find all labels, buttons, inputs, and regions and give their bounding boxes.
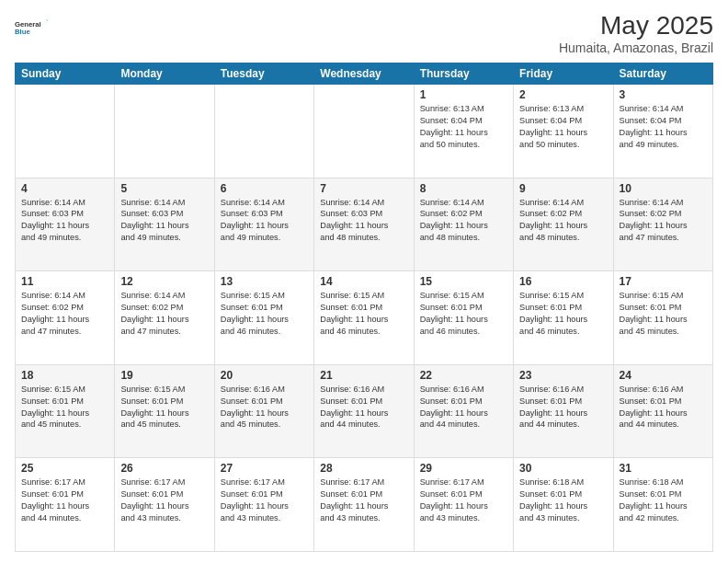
- day-cell-24: 24Sunrise: 6:16 AMSunset: 6:01 PMDayligh…: [613, 364, 712, 458]
- day-cell-12: 12Sunrise: 6:14 AMSunset: 6:02 PMDayligh…: [115, 271, 214, 365]
- day-cell-7: 7Sunrise: 6:14 AMSunset: 6:03 PMDaylight…: [314, 178, 414, 271]
- day-number: 6: [221, 182, 308, 195]
- day-info: Sunrise: 6:16 AMSunset: 6:01 PMDaylight:…: [221, 384, 308, 431]
- weekday-header-friday: Friday: [514, 63, 613, 85]
- day-info: Sunrise: 6:13 AMSunset: 6:04 PMDaylight:…: [519, 103, 607, 151]
- day-number: 25: [21, 462, 108, 475]
- day-info: Sunrise: 6:15 AMSunset: 6:01 PMDaylight:…: [221, 290, 308, 338]
- day-info: Sunrise: 6:17 AMSunset: 6:01 PMDaylight:…: [420, 477, 507, 524]
- day-info: Sunrise: 6:18 AMSunset: 6:01 PMDaylight:…: [620, 477, 707, 524]
- day-info: Sunrise: 6:15 AMSunset: 6:01 PMDaylight:…: [620, 290, 707, 338]
- day-number: 30: [519, 462, 607, 475]
- svg-marker-2: [43, 20, 48, 26]
- day-number: 10: [620, 182, 707, 195]
- day-number: 17: [620, 275, 707, 288]
- day-cell-21: 21Sunrise: 6:16 AMSunset: 6:01 PMDayligh…: [314, 364, 414, 458]
- svg-marker-3: [45, 19, 48, 23]
- day-cell-17: 17Sunrise: 6:15 AMSunset: 6:01 PMDayligh…: [613, 271, 712, 365]
- day-info: Sunrise: 6:14 AMSunset: 6:03 PMDaylight:…: [21, 197, 108, 245]
- day-info: Sunrise: 6:18 AMSunset: 6:01 PMDaylight:…: [519, 477, 607, 524]
- day-number: 29: [420, 462, 507, 475]
- day-number: 27: [221, 462, 308, 475]
- day-number: 7: [320, 182, 407, 195]
- day-number: 19: [120, 369, 208, 382]
- day-number: 16: [519, 275, 607, 288]
- day-cell-15: 15Sunrise: 6:15 AMSunset: 6:01 PMDayligh…: [414, 271, 513, 365]
- day-info: Sunrise: 6:14 AMSunset: 6:02 PMDaylight:…: [420, 197, 507, 245]
- day-number: 8: [420, 182, 507, 195]
- day-cell-29: 29Sunrise: 6:17 AMSunset: 6:01 PMDayligh…: [414, 458, 513, 552]
- day-number: 4: [21, 182, 108, 195]
- day-info: Sunrise: 6:14 AMSunset: 6:03 PMDaylight:…: [320, 197, 407, 245]
- day-cell-26: 26Sunrise: 6:17 AMSunset: 6:01 PMDayligh…: [115, 458, 214, 552]
- week-row-5: 25Sunrise: 6:17 AMSunset: 6:01 PMDayligh…: [16, 458, 713, 552]
- day-info: Sunrise: 6:17 AMSunset: 6:01 PMDaylight:…: [320, 477, 407, 524]
- day-number: 22: [420, 369, 507, 382]
- day-info: Sunrise: 6:16 AMSunset: 6:01 PMDaylight:…: [320, 384, 407, 431]
- day-number: 11: [21, 275, 108, 288]
- week-row-3: 11Sunrise: 6:14 AMSunset: 6:02 PMDayligh…: [16, 271, 713, 365]
- day-cell-25: 25Sunrise: 6:17 AMSunset: 6:01 PMDayligh…: [16, 458, 115, 552]
- day-cell-18: 18Sunrise: 6:15 AMSunset: 6:01 PMDayligh…: [16, 364, 115, 458]
- weekday-header-sunday: Sunday: [16, 63, 115, 85]
- day-number: 9: [519, 182, 607, 195]
- day-cell-6: 6Sunrise: 6:14 AMSunset: 6:03 PMDaylight…: [214, 178, 313, 271]
- day-info: Sunrise: 6:15 AMSunset: 6:01 PMDaylight:…: [519, 290, 607, 338]
- week-row-4: 18Sunrise: 6:15 AMSunset: 6:01 PMDayligh…: [16, 364, 713, 458]
- day-info: Sunrise: 6:17 AMSunset: 6:01 PMDaylight:…: [120, 477, 208, 524]
- weekday-header-tuesday: Tuesday: [214, 63, 313, 85]
- day-cell-1: 1Sunrise: 6:13 AMSunset: 6:04 PMDaylight…: [414, 85, 513, 178]
- main-title: May 2025: [559, 11, 713, 40]
- day-number: 21: [320, 369, 407, 382]
- day-cell-22: 22Sunrise: 6:16 AMSunset: 6:01 PMDayligh…: [414, 364, 513, 458]
- day-info: Sunrise: 6:14 AMSunset: 6:03 PMDaylight:…: [120, 197, 208, 245]
- day-cell-14: 14Sunrise: 6:15 AMSunset: 6:01 PMDayligh…: [314, 271, 414, 365]
- svg-text:Blue: Blue: [15, 28, 30, 36]
- day-number: 26: [120, 462, 208, 475]
- day-info: Sunrise: 6:14 AMSunset: 6:04 PMDaylight:…: [620, 103, 707, 151]
- day-info: Sunrise: 6:15 AMSunset: 6:01 PMDaylight:…: [420, 290, 507, 338]
- header: General Blue May 2025 Humaita, Amazonas,…: [15, 11, 713, 55]
- day-number: 24: [620, 369, 707, 382]
- day-cell-10: 10Sunrise: 6:14 AMSunset: 6:02 PMDayligh…: [613, 178, 712, 271]
- empty-cell: [115, 85, 214, 178]
- day-cell-16: 16Sunrise: 6:15 AMSunset: 6:01 PMDayligh…: [514, 271, 613, 365]
- day-info: Sunrise: 6:17 AMSunset: 6:01 PMDaylight:…: [221, 477, 308, 524]
- day-info: Sunrise: 6:15 AMSunset: 6:01 PMDaylight:…: [320, 290, 407, 338]
- day-number: 14: [320, 275, 407, 288]
- svg-text:General: General: [15, 20, 41, 29]
- week-row-2: 4Sunrise: 6:14 AMSunset: 6:03 PMDaylight…: [16, 178, 713, 271]
- day-info: Sunrise: 6:14 AMSunset: 6:03 PMDaylight:…: [221, 197, 308, 245]
- empty-cell: [16, 85, 115, 178]
- page: General Blue May 2025 Humaita, Amazonas,…: [0, 0, 728, 563]
- weekday-header-saturday: Saturday: [613, 63, 712, 85]
- weekday-header-thursday: Thursday: [414, 63, 513, 85]
- weekday-header-row: SundayMondayTuesdayWednesdayThursdayFrid…: [16, 63, 713, 85]
- day-info: Sunrise: 6:14 AMSunset: 6:02 PMDaylight:…: [620, 197, 707, 245]
- day-cell-5: 5Sunrise: 6:14 AMSunset: 6:03 PMDaylight…: [115, 178, 214, 271]
- day-number: 28: [320, 462, 407, 475]
- day-number: 13: [221, 275, 308, 288]
- day-number: 12: [120, 275, 208, 288]
- day-number: 15: [420, 275, 507, 288]
- day-number: 5: [120, 182, 208, 195]
- day-info: Sunrise: 6:16 AMSunset: 6:01 PMDaylight:…: [420, 384, 507, 431]
- day-cell-11: 11Sunrise: 6:14 AMSunset: 6:02 PMDayligh…: [16, 271, 115, 365]
- title-block: May 2025 Humaita, Amazonas, Brazil: [559, 11, 713, 55]
- day-number: 2: [519, 88, 607, 101]
- day-info: Sunrise: 6:16 AMSunset: 6:01 PMDaylight:…: [620, 384, 707, 431]
- day-number: 1: [420, 88, 507, 101]
- day-cell-8: 8Sunrise: 6:14 AMSunset: 6:02 PMDaylight…: [414, 178, 513, 271]
- day-number: 23: [519, 369, 607, 382]
- day-info: Sunrise: 6:15 AMSunset: 6:01 PMDaylight:…: [120, 384, 208, 431]
- day-cell-4: 4Sunrise: 6:14 AMSunset: 6:03 PMDaylight…: [16, 178, 115, 271]
- logo: General Blue: [15, 11, 48, 44]
- day-number: 3: [620, 88, 707, 101]
- day-cell-27: 27Sunrise: 6:17 AMSunset: 6:01 PMDayligh…: [214, 458, 313, 552]
- empty-cell: [214, 85, 313, 178]
- day-cell-28: 28Sunrise: 6:17 AMSunset: 6:01 PMDayligh…: [314, 458, 414, 552]
- calendar-table: SundayMondayTuesdayWednesdayThursdayFrid…: [15, 63, 713, 552]
- day-info: Sunrise: 6:14 AMSunset: 6:02 PMDaylight:…: [519, 197, 607, 245]
- day-cell-2: 2Sunrise: 6:13 AMSunset: 6:04 PMDaylight…: [514, 85, 613, 178]
- day-info: Sunrise: 6:13 AMSunset: 6:04 PMDaylight:…: [420, 103, 507, 151]
